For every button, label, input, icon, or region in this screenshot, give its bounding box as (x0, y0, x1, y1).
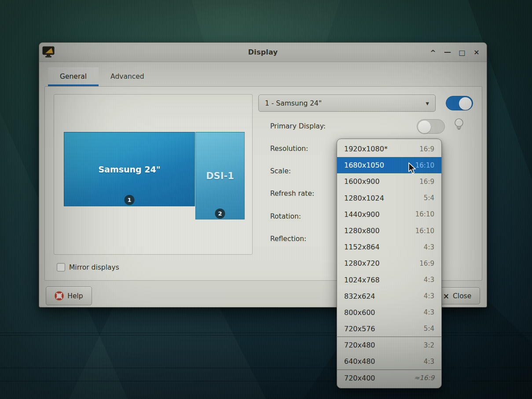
lightbulb-icon (454, 117, 464, 132)
resolution-value: 832x624 (344, 292, 375, 300)
refresh-rate-label: Refresh rate: (270, 189, 314, 198)
resolution-value: 1280x800 (344, 227, 380, 235)
display-selector-value: 1 - Samsung 24" (265, 99, 426, 107)
chevron-down-icon: ▾ (426, 99, 429, 107)
resolution-option[interactable]: 1280x800 16:10 (337, 223, 441, 239)
monitor-preview-samsung[interactable]: Samsung 24" 1 (64, 132, 195, 206)
toggle-knob (459, 97, 472, 110)
aspect-ratio-value: 16:10 (415, 210, 434, 218)
resolution-value: 720x400 (344, 374, 375, 382)
tab-advanced[interactable]: Advanced (99, 67, 156, 86)
window-controls: ^ — □ × (429, 43, 481, 62)
aspect-ratio-value: 16:9 (419, 145, 434, 153)
aspect-ratio-value: 4:3 (424, 243, 434, 251)
toggle-knob (418, 121, 431, 133)
help-button[interactable]: Help (46, 286, 92, 305)
resolution-value: 800x600 (344, 308, 375, 317)
close-button-label: Close (453, 292, 471, 300)
resolution-value: 1600x900 (344, 177, 380, 186)
display-enabled-toggle[interactable] (446, 96, 473, 110)
display-selector-dropdown[interactable]: 1 - Samsung 24" ▾ (258, 95, 436, 112)
screen-artifact-line (0, 381, 532, 381)
resolution-option[interactable]: 1920x1080* 16:9 (337, 141, 441, 157)
tab-bar: General Advanced (39, 62, 487, 86)
aspect-ratio-value: 4:3 (424, 276, 434, 284)
resolution-option[interactable]: 1440x900 16:10 (337, 206, 441, 223)
window-titlebar[interactable]: Display ^ — □ × (39, 43, 487, 62)
scale-label: Scale: (270, 167, 291, 176)
close-window-button[interactable]: × (473, 49, 481, 55)
aspect-ratio-value: 16:10 (415, 161, 434, 169)
reflection-label: Reflection: (270, 234, 306, 244)
mirror-displays-checkbox[interactable] (57, 263, 65, 271)
monitor-samsung-label: Samsung 24" (98, 165, 160, 174)
resolution-value: 1152x864 (344, 243, 380, 251)
monitor-layout-panel: Samsung 24" 1 DSI-1 2 (54, 94, 253, 255)
monitor-preview-dsi1[interactable]: DSI-1 2 (195, 132, 245, 220)
primary-display-label: Primary Display: (270, 122, 326, 131)
mirror-displays-row: Mirror displays (57, 263, 119, 271)
resolution-option[interactable]: 1152x864 4:3 (337, 239, 441, 255)
aspect-ratio-value: 3:2 (424, 341, 434, 349)
aspect-ratio-value: 16:10 (415, 227, 434, 235)
mouse-cursor (407, 162, 418, 175)
close-button-icon: × (443, 292, 449, 300)
mirror-displays-label: Mirror displays (69, 264, 119, 271)
resolution-option[interactable]: 1280x720 16:9 (337, 255, 441, 271)
resolution-option[interactable]: 640x480 4:3 (337, 353, 441, 370)
resolution-value: 1280x1024 (344, 194, 384, 202)
monitor-dsi1-badge: 2 (215, 209, 225, 219)
aspect-ratio-value: 4:3 (424, 292, 434, 300)
help-lifebuoy-icon (55, 291, 64, 300)
monitor-dsi1-label: DSI-1 (206, 171, 234, 181)
desktop: Display ^ — □ × General Advanced Samsung… (0, 0, 532, 399)
resolution-option[interactable]: 720x480 3:2 (337, 337, 441, 353)
resolution-option[interactable]: 832x624 4:3 (337, 288, 441, 304)
resolution-dropdown-menu: 1920x1080* 16:9 1680x1050 16:10 1600x900… (337, 139, 442, 388)
screen-artifact-line (0, 333, 532, 333)
aspect-ratio-value: 5:4 (424, 325, 434, 333)
aspect-ratio-value: 4:3 (424, 308, 434, 316)
aspect-ratio-value: 5:4 (424, 194, 434, 202)
resolution-value: 1440x900 (344, 210, 380, 219)
aspect-ratio-value: ≈16:9 (414, 374, 434, 382)
resolution-value: 720x576 (344, 325, 375, 333)
rotation-label: Rotation: (270, 212, 301, 221)
resolution-option[interactable]: 720x400 ≈16:9 (337, 370, 441, 386)
window-title: Display (39, 43, 487, 62)
resolution-value: 1920x1080* (344, 145, 388, 153)
primary-display-toggle[interactable] (417, 119, 445, 134)
resolution-value: 1680x1050 (344, 161, 384, 169)
resolution-option[interactable]: 1024x768 4:3 (337, 272, 441, 288)
maximize-button[interactable]: □ (458, 48, 466, 57)
aspect-ratio-value: 4:3 (424, 358, 434, 366)
resolution-option[interactable]: 720x576 5:4 (337, 321, 441, 337)
screen-artifact-line (0, 335, 532, 336)
resolution-option[interactable]: 1680x1050 16:10 (337, 157, 441, 173)
monitor-samsung-badge: 1 (125, 195, 135, 205)
screen-artifact-line (0, 368, 532, 368)
resolution-option[interactable]: 1600x900 16:9 (337, 173, 441, 190)
resolution-value: 1024x768 (344, 276, 380, 284)
help-button-label: Help (67, 292, 83, 300)
resolution-option[interactable]: 800x600 4:3 (337, 304, 441, 321)
resolution-value: 1280x720 (344, 259, 380, 267)
resolution-label: Resolution: (270, 144, 308, 154)
resolution-value: 640x480 (344, 357, 375, 366)
aspect-ratio-value: 16:9 (419, 260, 434, 267)
resolution-option[interactable]: 1280x1024 5:4 (337, 190, 441, 206)
aspect-ratio-value: 16:9 (419, 178, 434, 186)
minimize-button[interactable]: — (444, 48, 451, 56)
shade-button[interactable]: ^ (429, 48, 437, 57)
resolution-value: 720x480 (344, 341, 375, 349)
tab-general[interactable]: General (48, 67, 99, 86)
